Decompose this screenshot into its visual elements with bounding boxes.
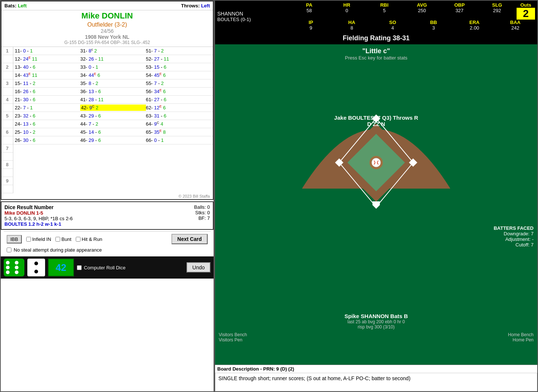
dice-row-21: 21- 30 - 6 41- 28 - 11 61- 27 - 6 xyxy=(13,96,213,104)
adjustment: Adjustment: - xyxy=(494,236,534,242)
stks-count: Stks: 0 xyxy=(194,210,210,215)
visitors-pen-label: Visitors Pen xyxy=(219,337,247,342)
computer-roll-label: Computer Roll Dice xyxy=(84,265,126,270)
throws-label: Throws: xyxy=(181,3,200,8)
ibb-option[interactable]: IBB xyxy=(7,235,22,243)
right-panel: SHANNON BOULTES (0-1) PA HR RBI AVG OBP … xyxy=(214,0,538,392)
cell-56: 56- 34E 6 xyxy=(146,88,211,94)
svg-point-11 xyxy=(372,158,381,167)
row-num-4: 4 xyxy=(1,96,13,104)
pitcher-so: 4 xyxy=(373,25,412,31)
dice-result-title: Dice Result Number xyxy=(4,204,73,210)
fielding-rating-bar: Fielding Rating 38-31 xyxy=(215,32,537,44)
cell-43: 43- 29 - 6 xyxy=(80,113,146,119)
cell-63: 63- 31 - 6 xyxy=(146,113,211,119)
cell-65: 65- 35E 8 xyxy=(146,129,211,135)
cell-51: 51- 7 - 2 xyxy=(146,48,211,54)
bunt-option[interactable]: Bunt xyxy=(55,236,71,242)
player-name: Mike DONLIN xyxy=(1,10,213,21)
dot-6 xyxy=(15,270,18,274)
dice-row-12: 12- 24E 11 32- 26 - 11 52- 27 - 11 xyxy=(13,55,213,63)
cell-23: 23- 32 - 6 xyxy=(15,113,80,119)
no-steal-row: No steal attempt during plate appearance xyxy=(4,246,211,255)
dice-bar: 42 Computer Roll Dice Undo xyxy=(1,256,214,279)
bf-count: BF: 7 xyxy=(194,215,210,221)
batter-pa: 58 xyxy=(291,8,327,13)
computer-roll-checkbox[interactable] xyxy=(77,265,82,270)
batters-faced-title: BATTERS FACED xyxy=(494,225,534,231)
home-pen-label: Home Pen xyxy=(508,337,534,342)
dot-3 xyxy=(6,266,10,269)
batter-rbi: 5 xyxy=(366,8,402,13)
bunt-label: Bunt xyxy=(61,236,71,242)
dice-row-14: 14- 43E 11 34- 44E 6 54- 45E 6 xyxy=(13,71,213,79)
cell-42: 42- 9C 2 xyxy=(80,105,146,110)
field-subtitle: Press Esc key for batter stats xyxy=(215,55,537,61)
row-num-9: 9 xyxy=(1,177,13,185)
dice-row-24: 24- 13 - 6 44- 7 - 2 64- 9C 4 xyxy=(13,120,213,128)
diamond-svg xyxy=(280,63,472,211)
cell-25: 25- 10 - 2 xyxy=(15,129,80,135)
cell-32: 32- 26 - 11 xyxy=(80,56,146,62)
stat-baa-hdr: BAA xyxy=(496,20,535,25)
options-row: IBB Infield IN Bunt Hit & Run Next Card xyxy=(4,231,211,246)
stats-values: PA HR RBI AVG OBP SLG Outs 58 0 5 250 32… xyxy=(291,2,535,31)
left-panel: Bats: Left Throws: Left Mike DONLIN Outf… xyxy=(0,0,214,392)
next-card-button[interactable]: Next Card xyxy=(171,234,208,244)
board-desc-header: Board Description - PRN: 9 (D) (2) xyxy=(215,365,537,373)
infield-in-option[interactable]: Infield IN xyxy=(26,236,51,242)
dice-row-22: 22- 7 - 1 42- 9C 2 62- 12E 6 xyxy=(13,104,213,112)
home-bench-area: Home Bench Home Pen xyxy=(508,332,534,342)
row-num-1b xyxy=(1,55,13,63)
dice-row-25: 25- 10 - 2 45- 14 - 6 65- 35E 8 xyxy=(13,128,213,136)
hit-run-checkbox[interactable] xyxy=(76,237,81,242)
pitcher-field-info: Jake BOULTES (7 Q3) Throws R D ZZ N xyxy=(334,115,418,127)
cell-54: 54- 45E 6 xyxy=(146,72,211,78)
hit-run-option[interactable]: Hit & Run xyxy=(76,236,102,242)
infield-in-checkbox[interactable] xyxy=(26,237,31,242)
infield-in-label: Infield IN xyxy=(32,236,51,242)
row-num-6: 6 xyxy=(1,128,13,136)
dice-number-box: 42 xyxy=(48,259,74,276)
cell-52: 52- 27 - 11 xyxy=(146,56,211,62)
stat-slg-hdr: SLG xyxy=(479,2,515,8)
stat-avg-hdr: AVG xyxy=(404,2,440,8)
hit-run-label: Hit & Run xyxy=(82,236,102,242)
bats-value: Left xyxy=(18,3,27,8)
pitcher-baa: 242 xyxy=(496,25,535,31)
no-steal-label: No steal attempt during plate appearance xyxy=(14,247,102,253)
cell-11: 11- 0 - 1 xyxy=(15,48,80,54)
row-num-8b xyxy=(1,169,13,177)
batter-obp: 327 xyxy=(442,8,478,13)
batter-field-area: Spike SHANNON Bats B last 25 ab bvg 200 … xyxy=(344,313,408,330)
cell-33: 33- 0 - 1 xyxy=(80,64,146,70)
stat-pa-hdr: PA xyxy=(291,2,327,8)
dice-result-section: Dice Result Number Mike DONLIN 1-5 5-3, … xyxy=(1,201,214,230)
no-steal-checkbox[interactable] xyxy=(7,248,11,252)
bats-info: Bats: Left xyxy=(4,3,27,8)
stat-ha-hdr: HA xyxy=(332,20,372,25)
cell-26: 26- 30 - 6 xyxy=(15,137,80,143)
dice-row-13: 13- 40 - 6 33- 0 - 1 53- 15 - 6 xyxy=(13,63,213,71)
dice-row-23: 23- 32 - 6 43- 29 - 6 63- 31 - 6 xyxy=(13,112,213,120)
batter-avg: 250 xyxy=(404,8,440,13)
row-num-3: 3 xyxy=(1,79,13,88)
dice-row-15: 15- 11 - 2 35- 8 - 2 55- 7 - 2 xyxy=(13,79,213,88)
cell-22: 22- 7 - 1 xyxy=(15,105,80,110)
dice-row-26: 26- 30 - 6 46- 29 - 6 66- 0 - 1 xyxy=(13,136,213,144)
cell-31: 31- 8c 2 xyxy=(80,48,146,54)
row-num-2: 2 xyxy=(1,63,13,71)
stat-hr-hdr: HR xyxy=(329,2,365,8)
stat-headers-row: PA HR RBI AVG OBP SLG Outs xyxy=(291,2,535,8)
visitors-bench-label: Visitors Bench xyxy=(219,332,247,337)
bunt-checkbox[interactable] xyxy=(55,237,60,242)
pitcher-name: BOULTES (0-1) xyxy=(217,17,291,22)
throws-value: Left xyxy=(201,3,210,8)
pitcher-ha: 8 xyxy=(332,25,372,31)
cell-36: 36- 13 - 6 xyxy=(80,89,146,94)
cell-41: 41- 28 - 11 xyxy=(80,97,146,102)
cell-66: 66- 0 - 1 xyxy=(146,137,211,143)
ibb-button[interactable]: IBB xyxy=(7,235,22,243)
stat-bb-hdr: BB xyxy=(414,20,453,25)
undo-button[interactable]: Undo xyxy=(187,262,211,273)
